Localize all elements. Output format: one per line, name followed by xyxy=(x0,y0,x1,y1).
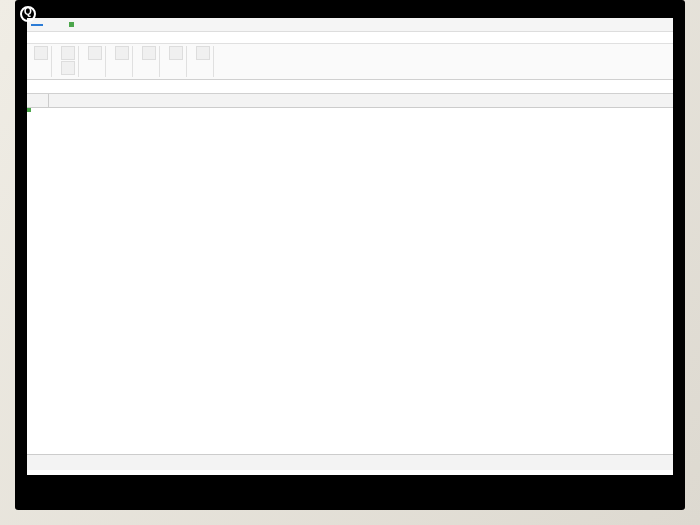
screen xyxy=(27,18,673,475)
ribbon-editing xyxy=(193,46,214,77)
tab-file[interactable] xyxy=(31,24,43,26)
tab-doc[interactable] xyxy=(47,24,59,26)
editing-button[interactable] xyxy=(196,46,210,60)
grid[interactable] xyxy=(27,94,673,454)
styles-button[interactable] xyxy=(142,46,156,60)
number-button[interactable] xyxy=(115,46,129,60)
selection-indicator xyxy=(27,108,31,112)
ribbon-number xyxy=(112,46,133,77)
sheet-tabs xyxy=(27,454,673,470)
watermark-left xyxy=(20,6,40,22)
column-headers xyxy=(27,94,673,108)
align-button[interactable] xyxy=(88,46,102,60)
paste-button[interactable] xyxy=(34,46,48,60)
ribbon-clipboard xyxy=(31,46,52,77)
menubar xyxy=(27,32,673,44)
cells-button[interactable] xyxy=(169,46,183,60)
monitor-frame xyxy=(15,0,685,510)
file-icon xyxy=(69,22,74,27)
watermark-logo-icon xyxy=(20,6,36,22)
ribbon-cells xyxy=(166,46,187,77)
tab-filename[interactable] xyxy=(63,21,82,29)
select-all-corner[interactable] xyxy=(27,94,49,107)
ribbon xyxy=(27,44,673,80)
ribbon-styles xyxy=(139,46,160,77)
titlebar xyxy=(27,18,673,32)
ribbon-font xyxy=(58,46,79,77)
formula-bar xyxy=(27,80,673,94)
ribbon-align xyxy=(85,46,106,77)
font-button[interactable] xyxy=(61,46,75,60)
bold-button[interactable] xyxy=(61,61,75,75)
